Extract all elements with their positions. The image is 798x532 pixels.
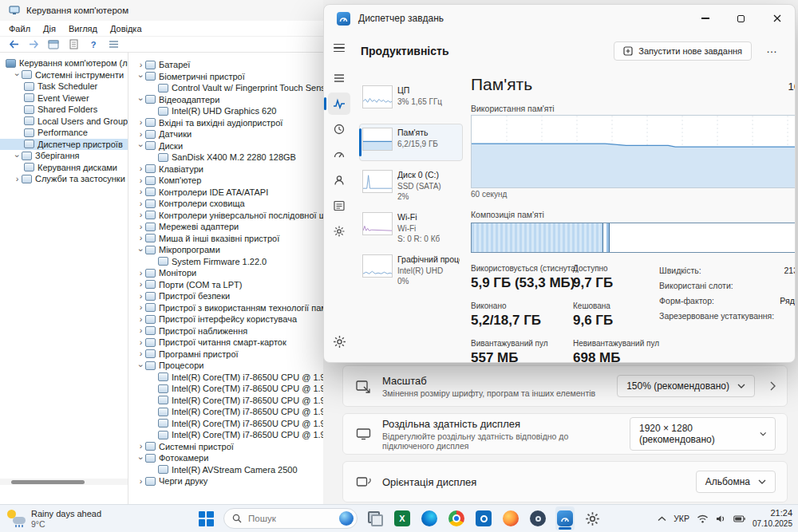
back-arrow-icon[interactable] [7, 38, 20, 50]
expand-arrow[interactable] [136, 164, 145, 173]
expand-arrow[interactable] [136, 326, 145, 335]
maximize-button[interactable] [723, 5, 759, 32]
expand-arrow[interactable] [136, 234, 145, 242]
expand-arrow[interactable] [136, 303, 145, 312]
taskbar-clock[interactable]: 21:24 07.10.2025 [753, 508, 792, 529]
chevron-right-icon[interactable] [770, 381, 776, 391]
tree-item-storage[interactable]: Зберігання [0, 150, 128, 162]
close-button[interactable] [759, 5, 795, 32]
hidden-icons-button[interactable] [658, 516, 666, 522]
perf-item-wifi[interactable]: Wi-Fi Wi-Fi S: 0 R: 0 Кб [359, 208, 463, 246]
expand-arrow[interactable] [136, 338, 145, 347]
nav-app-history[interactable] [328, 118, 350, 140]
expand-arrow[interactable] [136, 211, 145, 219]
expand-arrow[interactable] [136, 118, 145, 127]
menu-file[interactable]: Файл [2, 22, 37, 35]
expand-arrow[interactable] [13, 152, 22, 160]
tm-titlebar[interactable]: Диспетчер завдань [324, 5, 795, 32]
scrollbar-thumb[interactable] [11, 480, 85, 484]
memory-composition-bar[interactable] [471, 223, 796, 253]
perf-item-memory[interactable]: Пам'ять 6,2/15,9 ГБ [359, 124, 463, 161]
menu-icon[interactable] [329, 38, 350, 57]
wifi-icon[interactable] [697, 514, 709, 523]
expand-arrow[interactable] [136, 130, 145, 139]
menu-help[interactable]: Довідка [104, 22, 148, 35]
outlook-taskbar-button[interactable] [474, 506, 493, 530]
start-button[interactable] [196, 506, 215, 530]
expand-arrow[interactable] [136, 246, 145, 254]
console-window-icon[interactable] [47, 38, 60, 50]
forward-arrow-icon[interactable] [27, 38, 40, 50]
nav-services[interactable] [328, 220, 350, 242]
expand-arrow[interactable] [13, 70, 22, 79]
horizontal-scrollbar[interactable] [0, 479, 128, 485]
weather-widget[interactable]: Rainy days ahead 9°C [6, 505, 101, 532]
tree-item-event-viewer[interactable]: Event Viewer [0, 93, 128, 104]
expand-arrow[interactable] [136, 61, 145, 69]
expand-arrow[interactable] [136, 95, 145, 104]
nav-details[interactable] [328, 195, 350, 217]
tree-item-system-tools[interactable]: Системні інструменти [0, 69, 128, 81]
minimize-button[interactable] [687, 5, 723, 32]
expand-arrow[interactable] [136, 315, 145, 324]
tree-item-task-scheduler[interactable]: Task Scheduler [0, 81, 128, 93]
expand-arrow[interactable] [136, 477, 145, 486]
expand-arrow[interactable] [136, 361, 145, 370]
tm-settings-button[interactable] [328, 330, 350, 353]
expand-arrow[interactable] [136, 442, 145, 451]
nav-performance[interactable] [328, 93, 350, 115]
nav-processes[interactable] [328, 67, 350, 89]
nav-startup-apps[interactable] [328, 144, 350, 166]
expand-arrow[interactable] [136, 292, 145, 301]
volume-icon[interactable] [716, 514, 726, 523]
perf-item-cpu[interactable]: ЦП 3% 1,65 ГГц [359, 81, 463, 119]
nav-users[interactable] [328, 169, 350, 191]
expand-arrow[interactable] [136, 349, 145, 358]
expand-arrow[interactable] [136, 269, 145, 278]
tree-item-device-manager[interactable]: Диспетчер пристроїв [0, 139, 128, 151]
more-options-button[interactable]: … [760, 42, 784, 61]
tree-item-local-users-groups[interactable]: Local Users and Groups [0, 116, 128, 128]
document-icon[interactable] [67, 38, 80, 50]
orientation-dropdown[interactable]: Альбомна [696, 471, 776, 493]
expand-arrow[interactable] [136, 280, 145, 289]
run-new-task-button[interactable]: Запустити нове завдання [614, 41, 752, 61]
expand-arrow[interactable] [13, 175, 22, 183]
tree-item-computer-management-root[interactable]: Керування комп'ютером (лок [0, 57, 128, 69]
list-icon[interactable] [107, 38, 120, 50]
firefox-taskbar-button[interactable] [501, 506, 520, 530]
battery-icon[interactable] [733, 515, 745, 522]
expand-arrow[interactable] [136, 72, 145, 81]
search-input[interactable] [248, 514, 333, 523]
expand-arrow[interactable] [136, 141, 145, 150]
tree-item-performance[interactable]: Performance [0, 127, 128, 139]
task-view-button[interactable] [365, 506, 385, 530]
settings-row-orientation[interactable]: Орієнтація дисплея Альбомна [342, 461, 788, 502]
expand-arrow[interactable] [136, 454, 145, 463]
help-icon[interactable]: ? [87, 38, 100, 50]
device-label: Пристрої читання смарт-карток [159, 337, 286, 347]
taskbar-search[interactable] [223, 508, 358, 529]
expand-arrow[interactable] [136, 223, 145, 231]
excel-taskbar-button[interactable] [393, 506, 412, 530]
expand-arrow[interactable] [136, 187, 145, 196]
edge-taskbar-button[interactable] [420, 506, 439, 530]
tree-item-disk-management[interactable]: Керування дисками [0, 162, 128, 174]
settings-taskbar-button[interactable] [583, 506, 602, 530]
language-indicator[interactable]: УКР [674, 514, 689, 523]
task-manager-taskbar-button[interactable] [555, 506, 575, 530]
perf-item-disk[interactable]: Диск 0 (C:) SSD (SATA) 2% [359, 166, 463, 203]
perf-item-gpu[interactable]: Графічний процесор Intel(R) UHD 0% [359, 250, 463, 288]
settings-row-resolution[interactable]: Роздільна здатність дисплея Відрегулюйте… [342, 413, 788, 455]
tree-item-services-apps[interactable]: Служби та застосунки [0, 173, 128, 185]
menu-view[interactable]: Вигляд [62, 22, 104, 35]
menu-action[interactable]: Дія [37, 22, 62, 35]
expand-arrow[interactable] [136, 176, 145, 185]
expand-arrow[interactable] [136, 199, 145, 208]
tree-item-shared-folders[interactable]: Shared Folders [0, 104, 128, 116]
scale-dropdown[interactable]: 150% (рекомендовано) [617, 375, 755, 397]
resolution-dropdown[interactable]: 1920 × 1280 (рекомендовано) [630, 417, 776, 451]
steam-taskbar-button[interactable] [528, 506, 547, 530]
chrome-taskbar-button[interactable] [447, 506, 466, 530]
settings-row-scale[interactable]: Масштаб Змінення розміру шрифту, програм… [342, 365, 788, 407]
